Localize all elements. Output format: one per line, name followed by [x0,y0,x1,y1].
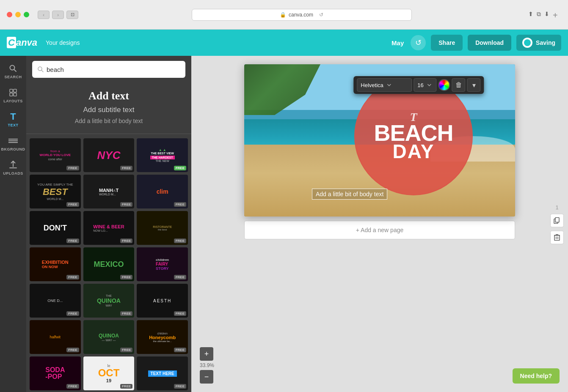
template-wine[interactable]: WINE & BEER NOW LO... FREE [83,211,135,245]
font-selector[interactable]: Helvetica [357,78,412,92]
template-best-view-text: ▲ ▲ THE BEST VIEW THE HARDEST THE NEW [150,148,175,162]
search-input[interactable] [47,66,180,73]
url-text: canva.com [289,12,313,18]
svg-rect-4 [10,93,13,96]
template-dont-text: DON'T [44,224,67,233]
mac-window-buttons [7,12,29,17]
free-badge-13: FREE [66,311,79,316]
zoom-in-button[interactable]: + [200,347,213,361]
free-badge-5: FREE [120,202,132,207]
font-toolbar: Helvetica 16 🗑 ▾ [353,76,484,94]
divider [26,134,191,134]
body-text-element[interactable]: Add a little bit of body text [312,189,387,200]
design-title[interactable]: May [392,39,404,47]
svg-rect-12 [555,217,559,222]
minimize-button[interactable] [15,12,21,17]
new-tab-button[interactable]: + [553,11,561,19]
browser-nav: ‹ › ⊡ [38,11,78,19]
font-chevron-icon [386,82,393,88]
font-size-selector[interactable]: 16 [414,78,436,92]
template-soda[interactable]: SODA-POP FREE [30,356,81,390]
template-ristorante[interactable]: RISTORANTE the best FREE [137,211,188,245]
template-aesth[interactable]: AESTH FREE [137,284,188,318]
free-badge-19: FREE [66,384,79,389]
template-mexico-text: MEXICO [94,260,124,269]
share-icon[interactable]: ⬆ [528,11,533,19]
download-icon[interactable]: ⬇ [544,11,549,19]
template-ristorante-text: RISTORANTE the best [153,225,172,231]
more-options-button[interactable]: ▾ [467,78,481,92]
template-best[interactable]: YOU ARE SIMPLY THE BEST WORLD M... FREE [30,175,81,208]
template-nyc[interactable]: NYC FREE [83,138,135,172]
template-honeycomb[interactable]: children Honeycomb the ultimate be... FR… [137,320,188,354]
template-quinoa[interactable]: THE QUINOA WAY FREE [83,284,135,318]
your-designs-link[interactable]: Your designs [46,39,80,46]
delete-text-button[interactable]: 🗑 [452,78,466,92]
share-button[interactable]: Share [431,35,463,51]
sidebar-item-text[interactable]: T TEXT [1,108,25,131]
add-text-heading[interactable]: Add text [32,86,185,104]
template-aesth-text: AESTH [153,299,171,303]
template-world-text: from aWORLD YOU LOVEcome after [40,149,71,162]
need-help-button[interactable]: Need help? [513,368,560,384]
template-world[interactable]: from aWORLD YOU LOVEcome after FREE [30,138,81,172]
template-fairy[interactable]: children FAIRY STORY FREE [137,247,188,281]
canva-topbar: Canva Your designs May ↺ Share Download … [0,30,568,56]
sidebar-search-label: SEARCH [4,75,22,79]
free-badge-16: FREE [66,348,79,352]
design-canvas[interactable]: T BEACH DAY Helvetica 16 [244,64,515,217]
svg-rect-13 [554,235,560,240]
free-badge-8: FREE [120,238,132,243]
template-mexico[interactable]: MEXICO FREE [83,247,135,281]
template-quinoa2[interactable]: QUINOA — WAY — FREE [83,320,135,354]
search-input-wrap [32,61,185,78]
free-badge-20: FREE [120,384,132,389]
delete-page-button[interactable] [550,230,564,244]
address-bar[interactable]: 🔒 canva.com ↺ [192,9,412,21]
zoom-out-button[interactable]: − [200,370,213,384]
template-one-d[interactable]: ONE D... FREE [30,284,81,318]
forward-button[interactable]: › [52,11,64,19]
back-button[interactable]: ‹ [38,11,50,19]
font-name: Helvetica [361,82,383,88]
svg-line-1 [14,70,17,72]
download-button[interactable]: Download [468,35,511,51]
template-climb[interactable]: clim FREE [137,175,188,208]
template-text-here[interactable]: TEXT HERE FREE [137,356,188,390]
zoom-level: 33.9% [200,362,214,368]
add-body-text[interactable]: Add a little bit of body text [32,116,185,129]
free-badge-12: FREE [174,275,186,280]
template-best-view[interactable]: ▲ ▲ THE BEST VIEW THE HARDEST THE NEW FR… [137,138,188,172]
new-tab-icon[interactable]: ⧉ [537,11,541,19]
template-exhibition-text: EXHIBITION ON NOW [42,260,69,269]
template-halfwit[interactable]: halfwit FREE [30,320,81,354]
close-button[interactable] [7,12,12,17]
template-dont[interactable]: DON'T FREE [30,211,81,245]
maximize-button[interactable] [24,12,29,17]
saving-label: Saving [536,39,555,46]
free-badge-21: FREE [174,384,186,389]
add-page-button[interactable]: + Add a new page [244,221,515,239]
lock-icon: 🔒 [280,12,286,18]
template-climb-text: clim [157,188,168,195]
color-picker[interactable] [438,79,450,91]
sidebar-item-layouts[interactable]: LAYOUTS [1,84,25,107]
svg-rect-3 [14,89,17,92]
template-fairy-text: children FAIRY STORY [156,258,169,271]
sidebar-item-search[interactable]: SEARCH [1,60,25,82]
sidebar-item-uploads[interactable]: UPLOADS [1,156,25,179]
text-icon: T [8,112,18,122]
copy-page-button[interactable] [550,214,564,227]
free-badge-1: FREE [66,166,79,170]
undo-button[interactable]: ↺ [411,35,426,50]
canvas-wrapper: T BEACH DAY Helvetica 16 [244,64,515,239]
template-oct[interactable]: le OCT 19 FREE [83,356,135,390]
template-manhattan[interactable]: MANHAT WORLD M... FREE [83,175,135,208]
saving-button[interactable]: Saving [516,35,561,51]
sidebar-item-background[interactable]: BKGROUND [1,132,25,155]
template-oned-text: ONE D... [47,299,63,303]
sidebar-toggle-button[interactable]: ⊡ [66,11,78,19]
template-exhibition[interactable]: EXHIBITION ON NOW FREE [30,247,81,281]
sidebar-background-label: BKGROUND [1,147,25,151]
add-subtitle-text[interactable]: Add subtitle text [32,104,185,116]
